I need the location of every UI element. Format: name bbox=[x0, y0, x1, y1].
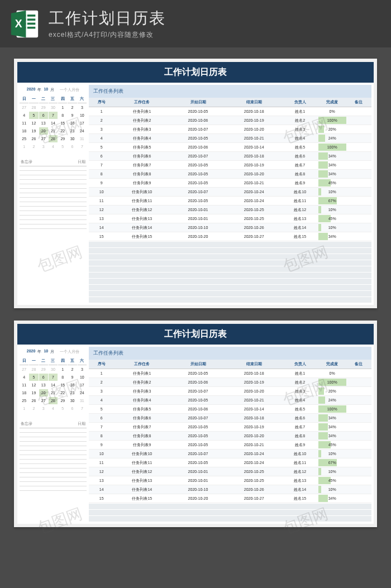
calendar-day[interactable]: 3 bbox=[39, 143, 48, 150]
calendar-day[interactable]: 17 bbox=[78, 381, 87, 389]
table-row[interactable]: 2任务列表22020-10-062020-10-19姓名2100% bbox=[89, 378, 371, 387]
calendar-day[interactable]: 20 bbox=[39, 389, 48, 396]
calendar-day[interactable]: 31 bbox=[78, 397, 87, 404]
calendar-day[interactable]: 29 bbox=[39, 366, 48, 373]
calendar-day[interactable]: 3 bbox=[39, 405, 48, 412]
calendar-day[interactable]: 7 bbox=[49, 374, 58, 381]
calendar-day[interactable]: 28 bbox=[49, 135, 58, 142]
calendar-day[interactable]: 5 bbox=[58, 405, 67, 412]
calendar-day[interactable]: 28 bbox=[29, 104, 38, 111]
table-row[interactable]: 1任务列表12020-10-052020-10-18姓名10% bbox=[89, 369, 371, 378]
table-row[interactable]: 10任务列表102020-10-072020-10-24姓名1010% bbox=[89, 188, 371, 197]
calendar-day[interactable]: 30 bbox=[49, 104, 58, 111]
calendar-day[interactable]: 2 bbox=[29, 405, 38, 412]
calendar-day[interactable]: 23 bbox=[68, 127, 77, 135]
memo-lines[interactable] bbox=[20, 428, 87, 491]
calendar-day[interactable]: 9 bbox=[68, 112, 77, 119]
calendar-day[interactable]: 15 bbox=[58, 381, 67, 389]
calendar-day[interactable]: 10 bbox=[78, 112, 87, 119]
table-row[interactable]: 15任务列表152020-10-202020-10-27姓名1534% bbox=[89, 232, 371, 241]
calendar-day[interactable]: 2 bbox=[68, 366, 77, 373]
calendar-day[interactable]: 21 bbox=[49, 389, 58, 396]
table-row[interactable]: 5任务列表52020-10-062020-10-14姓名5100% bbox=[89, 143, 371, 152]
table-row[interactable]: 11任务列表112020-10-052020-10-24姓名1167% bbox=[89, 458, 371, 467]
table-row[interactable]: 15任务列表152020-10-202020-10-27姓名1534% bbox=[89, 494, 371, 503]
calendar-day[interactable]: 28 bbox=[49, 397, 58, 404]
calendar-day[interactable]: 7 bbox=[78, 405, 87, 412]
calendar-day[interactable]: 4 bbox=[20, 374, 28, 381]
table-row[interactable]: 14任务列表142020-10-102020-10-26姓名1410% bbox=[89, 485, 371, 494]
table-row[interactable]: 5任务列表52020-10-062020-10-14姓名5100% bbox=[89, 405, 371, 414]
calendar-day[interactable]: 30 bbox=[49, 366, 58, 373]
table-row[interactable]: 3任务列表32020-10-072020-10-20姓名320% bbox=[89, 387, 371, 396]
calendar-day[interactable]: 6 bbox=[68, 143, 77, 150]
calendar-day[interactable]: 12 bbox=[29, 381, 38, 389]
table-row[interactable]: 7任务列表72020-10-052020-10-19姓名734% bbox=[89, 423, 371, 432]
calendar-day[interactable]: 6 bbox=[68, 405, 77, 412]
calendar-day[interactable]: 1 bbox=[58, 366, 67, 373]
table-row[interactable]: 11任务列表112020-10-052020-10-24姓名1167% bbox=[89, 197, 371, 205]
table-row[interactable]: 4任务列表42020-10-052020-10-21姓名424% bbox=[89, 134, 371, 143]
table-row[interactable]: 8任务列表82020-10-052020-10-20姓名834% bbox=[89, 170, 371, 179]
memo-lines[interactable] bbox=[20, 166, 87, 229]
calendar-day[interactable]: 2 bbox=[68, 104, 77, 111]
calendar-day[interactable]: 27 bbox=[20, 104, 28, 111]
calendar-day[interactable]: 13 bbox=[39, 119, 48, 127]
calendar-day[interactable]: 19 bbox=[29, 127, 38, 135]
calendar-day[interactable]: 24 bbox=[78, 127, 87, 135]
table-row[interactable]: 9任务列表92020-10-052020-10-21姓名945% bbox=[89, 441, 371, 450]
calendar-day[interactable]: 7 bbox=[78, 143, 87, 150]
calendar-day[interactable]: 20 bbox=[39, 127, 48, 135]
calendar-day[interactable]: 18 bbox=[20, 389, 28, 396]
calendar-day[interactable]: 8 bbox=[58, 112, 67, 119]
table-row[interactable]: 9任务列表92020-10-052020-10-21姓名945% bbox=[89, 179, 371, 188]
calendar-day[interactable]: 4 bbox=[20, 112, 28, 119]
calendar-day[interactable]: 6 bbox=[39, 112, 48, 119]
table-row[interactable]: 3任务列表32020-10-072020-10-20姓名320% bbox=[89, 125, 371, 134]
calendar-day[interactable]: 5 bbox=[29, 374, 38, 381]
calendar-day[interactable]: 27 bbox=[39, 135, 48, 142]
calendar-day[interactable]: 5 bbox=[29, 112, 38, 119]
calendar-day[interactable]: 23 bbox=[68, 389, 77, 396]
calendar-day[interactable]: 29 bbox=[39, 104, 48, 111]
table-row[interactable]: 1任务列表12020-10-052020-10-18姓名10% bbox=[89, 107, 371, 116]
calendar-day[interactable]: 18 bbox=[20, 127, 28, 135]
calendar-day[interactable]: 5 bbox=[58, 143, 67, 150]
calendar-day[interactable]: 27 bbox=[39, 397, 48, 404]
table-row[interactable]: 6任务列表62020-10-072020-10-18姓名634% bbox=[89, 152, 371, 161]
calendar-day[interactable]: 7 bbox=[49, 112, 58, 119]
calendar-day[interactable]: 29 bbox=[58, 135, 67, 142]
table-row[interactable]: 8任务列表82020-10-052020-10-20姓名834% bbox=[89, 432, 371, 441]
table-row[interactable]: 2任务列表22020-10-062020-10-19姓名2100% bbox=[89, 116, 371, 125]
calendar-day[interactable]: 9 bbox=[68, 374, 77, 381]
table-row[interactable]: 7任务列表72020-10-052020-10-19姓名734% bbox=[89, 161, 371, 170]
calendar-day[interactable]: 17 bbox=[78, 119, 87, 127]
table-row[interactable]: 13任务列表132020-10-012020-10-25姓名1345% bbox=[89, 476, 371, 485]
calendar-day[interactable]: 16 bbox=[68, 119, 77, 127]
calendar-day[interactable]: 22 bbox=[58, 127, 67, 135]
calendar-day[interactable]: 30 bbox=[68, 135, 77, 142]
calendar-day[interactable]: 11 bbox=[20, 381, 28, 389]
table-row[interactable]: 4任务列表42020-10-052020-10-21姓名424% bbox=[89, 396, 371, 405]
calendar-day[interactable]: 24 bbox=[78, 389, 87, 396]
calendar-day[interactable]: 11 bbox=[20, 119, 28, 127]
calendar-day[interactable]: 25 bbox=[20, 135, 28, 142]
calendar-day[interactable]: 22 bbox=[58, 389, 67, 396]
calendar-day[interactable]: 1 bbox=[58, 104, 67, 111]
calendar-day[interactable]: 10 bbox=[78, 374, 87, 381]
calendar-day[interactable]: 4 bbox=[49, 405, 58, 412]
calendar-day[interactable]: 26 bbox=[29, 397, 38, 404]
calendar-day[interactable]: 1 bbox=[20, 143, 28, 150]
calendar-day[interactable]: 16 bbox=[68, 381, 77, 389]
calendar-day[interactable]: 15 bbox=[58, 119, 67, 127]
calendar-day[interactable]: 25 bbox=[20, 397, 28, 404]
table-row[interactable]: 6任务列表62020-10-072020-10-18姓名634% bbox=[89, 414, 371, 423]
calendar-day[interactable]: 14 bbox=[49, 119, 58, 127]
table-row[interactable]: 10任务列表102020-10-072020-10-24姓名1010% bbox=[89, 450, 371, 458]
table-row[interactable]: 12任务列表122020-10-012020-10-25姓名1210% bbox=[89, 205, 371, 214]
calendar-day[interactable]: 14 bbox=[49, 381, 58, 389]
calendar-day[interactable]: 3 bbox=[78, 366, 87, 373]
calendar-day[interactable]: 8 bbox=[58, 374, 67, 381]
calendar-day[interactable]: 30 bbox=[68, 397, 77, 404]
table-row[interactable]: 12任务列表122020-10-012020-10-25姓名1210% bbox=[89, 467, 371, 476]
